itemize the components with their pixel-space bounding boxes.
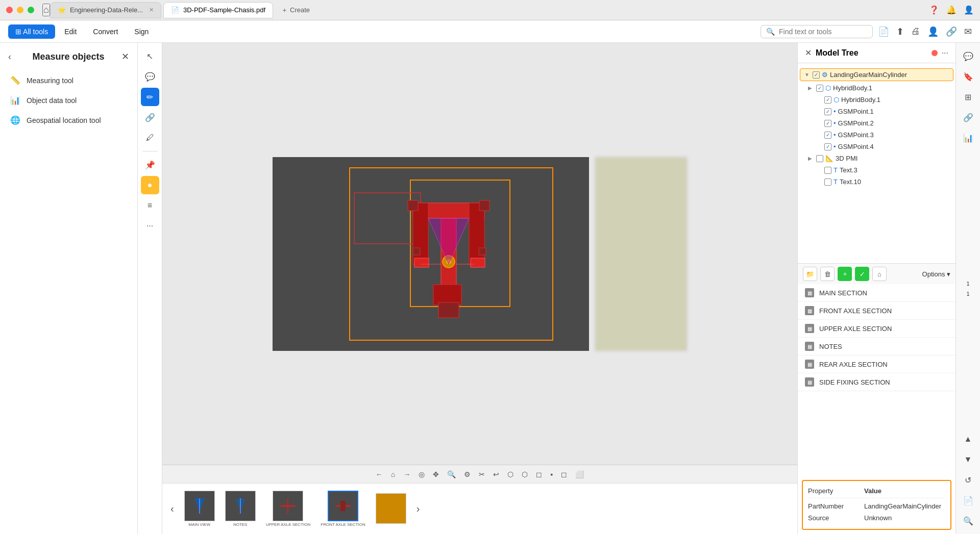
bookmark-icon-button[interactable]: 🔖 [959, 67, 977, 86]
nav-home-icon[interactable]: ⌂ [389, 469, 397, 479]
user-avatar[interactable]: 👤 [964, 5, 974, 15]
record-button[interactable] [932, 50, 938, 56]
comment-tool-button[interactable]: 💬 [141, 67, 159, 86]
tree-checkbox-5[interactable]: ✓ [824, 132, 831, 139]
mail-icon[interactable]: ✉ [964, 26, 972, 37]
minimize-window-button[interactable] [17, 7, 23, 13]
search-bar[interactable]: 🔍 [761, 25, 873, 38]
document-icon[interactable]: 📄 [878, 26, 889, 37]
sidebar-item-geospatial[interactable]: 🌐 Geospatial location tool [0, 110, 137, 130]
undo-icon[interactable]: ↩ [491, 469, 501, 479]
thumbnail-front-axle[interactable]: FRONT AXLE SECTION [316, 489, 369, 529]
all-tools-button[interactable]: ⊞ All tools [8, 24, 55, 39]
tree-checkbox-7[interactable] [816, 155, 823, 162]
new-tab-button[interactable]: ＋ Create [275, 2, 316, 18]
frame-icon[interactable]: ⬜ [573, 469, 586, 479]
section-item-notes[interactable]: ▦ NOTES [798, 338, 955, 355]
annotation-icon-button[interactable]: 💬 [959, 47, 977, 65]
section-check-button[interactable]: ✓ [855, 267, 869, 281]
stamp-tool-button[interactable]: 🖊 [141, 129, 159, 147]
section-add-button[interactable]: ＋ [838, 267, 852, 281]
tree-item-hybridbody-parent[interactable]: ▶ ✓ ⬡ HybridBody.1 [798, 82, 955, 94]
link-tool-button[interactable]: 🔗 [141, 108, 159, 126]
highlight-tool-button[interactable]: ● [141, 176, 159, 194]
zoom-icon[interactable]: 🔍 [445, 469, 458, 479]
grid-icon-button[interactable]: ⊞ [959, 88, 977, 106]
link-icon[interactable]: 🔗 [946, 26, 957, 37]
tree-item-gsmpoint3[interactable]: ✓ • GSMPoint.3 [798, 129, 955, 141]
thumb-next-button[interactable]: › [412, 501, 424, 517]
pdf-main-page[interactable] [273, 157, 589, 351]
section-folder-button[interactable]: 📁 [803, 267, 817, 281]
tree-item-text3[interactable]: T Text.3 [798, 164, 955, 176]
sidebar-close-icon[interactable]: ✕ [121, 51, 129, 62]
tree-checkbox-1[interactable]: ✓ [816, 85, 823, 92]
more-tools-button[interactable]: ··· [141, 217, 159, 235]
square2-icon[interactable]: ◻ [559, 469, 569, 479]
tree-item-gsmpoint4[interactable]: ✓ • GSMPoint.4 [798, 141, 955, 152]
section-options-button[interactable]: Options ▾ [922, 270, 950, 278]
sidebar-item-object-data[interactable]: 📊 Object data tool [0, 90, 137, 110]
tree-root-checkbox[interactable]: ✓ [813, 71, 820, 79]
convert-button[interactable]: Convert [86, 24, 125, 39]
panel-close-icon[interactable]: ✕ [805, 48, 812, 58]
print-icon[interactable]: 🖨 [911, 26, 920, 37]
user-icon[interactable]: 👤 [927, 26, 939, 37]
pan-icon[interactable]: ✥ [431, 469, 441, 479]
thumbnail-upper-axle[interactable]: UPPER AXLE SECTION [262, 489, 315, 529]
page-view-button[interactable]: 📄 [959, 491, 977, 510]
rotate-icon[interactable]: ◎ [416, 469, 427, 479]
back-icon[interactable]: ‹ [8, 52, 11, 62]
dot-icon[interactable]: ▪ [548, 469, 555, 479]
tree-item-gsmpoint1[interactable]: ✓ • GSMPoint.1 [798, 106, 955, 117]
search-input[interactable] [779, 28, 861, 36]
tree-item-3dpmi[interactable]: ▶ 📐 3D PMI [798, 152, 955, 164]
tree-item-text10[interactable]: T Text.10 [798, 176, 955, 188]
cut-icon[interactable]: ✂ [477, 469, 487, 479]
tab-engineering[interactable]: ⭐ Engineering-Data-Rele... ✕ [50, 2, 161, 18]
tree-checkbox-4[interactable]: ✓ [824, 120, 831, 127]
measure-icon[interactable]: ⚙ [462, 469, 473, 479]
chart-icon-button[interactable]: 📊 [959, 129, 977, 147]
section-delete-button[interactable]: 🗑 [820, 267, 835, 281]
hex2-icon[interactable]: ⬡ [520, 469, 530, 479]
maximize-window-button[interactable] [28, 7, 34, 13]
sign-button[interactable]: Sign [127, 24, 156, 39]
section-item-main[interactable]: ▦ MAIN SECTION [798, 284, 955, 302]
section-home-button[interactable]: ⌂ [872, 267, 887, 281]
help-icon[interactable]: ❓ [929, 5, 939, 15]
hex1-icon[interactable]: ⬡ [505, 469, 516, 479]
thumbnail-main-view[interactable]: MAIN VIEW [180, 489, 219, 529]
tab-pdf[interactable]: 📄 3D-PDF-Sample-Chasis.pdf [163, 2, 273, 18]
tree-checkbox-2[interactable]: ✓ [824, 96, 831, 104]
tree-item-root[interactable]: ▼ ✓ ⚙ LandingGearMainCylinder [800, 68, 953, 81]
tab1-close-icon[interactable]: ✕ [149, 7, 154, 13]
zoom-right-button[interactable]: 🔍 [959, 512, 977, 530]
panel-more-icon[interactable]: ··· [942, 48, 948, 58]
thumb-prev-button[interactable]: ‹ [166, 501, 178, 517]
section-item-side-fixing[interactable]: ▦ SIDE FIXING SECTION [798, 373, 955, 391]
refresh-icon-button[interactable]: ↺ [959, 471, 977, 489]
draw-tool-button[interactable]: ✏ [141, 88, 159, 106]
section-item-upper-axle[interactable]: ▦ UPPER AXLE SECTION [798, 320, 955, 338]
tree-item-hybridbody1[interactable]: ✓ ⬡ HybridBody.1 [798, 94, 955, 106]
upload-icon[interactable]: ⬆ [896, 26, 904, 37]
edit-button[interactable]: Edit [57, 24, 84, 39]
square1-icon[interactable]: ◻ [534, 469, 544, 479]
nav-forward-icon[interactable]: → [401, 469, 412, 479]
tree-checkbox-8[interactable] [824, 167, 831, 174]
link-right-icon-button[interactable]: 🔗 [959, 108, 977, 126]
nav-back-icon[interactable]: ← [374, 469, 385, 479]
home-button[interactable]: ⌂ [42, 4, 50, 16]
select-tool-button[interactable]: ↖ [141, 47, 159, 65]
bell-icon[interactable]: 🔔 [946, 5, 957, 15]
scroll-down-button[interactable]: ▼ [959, 450, 977, 469]
thumbnail-extra[interactable] [372, 491, 410, 527]
pin-tool-button[interactable]: 📌 [141, 156, 159, 174]
section-item-rear-axle[interactable]: ▦ REAR AXLE SECTION [798, 355, 955, 373]
scroll-up-button[interactable]: ▲ [959, 430, 977, 448]
sidebar-item-measuring[interactable]: 📏 Measuring tool [0, 70, 137, 90]
section-item-front-axle[interactable]: ▦ FRONT AXLE SECTION [798, 302, 955, 320]
tree-checkbox-3[interactable]: ✓ [824, 108, 831, 115]
tree-item-gsmpoint2[interactable]: ✓ • GSMPoint.2 [798, 117, 955, 129]
